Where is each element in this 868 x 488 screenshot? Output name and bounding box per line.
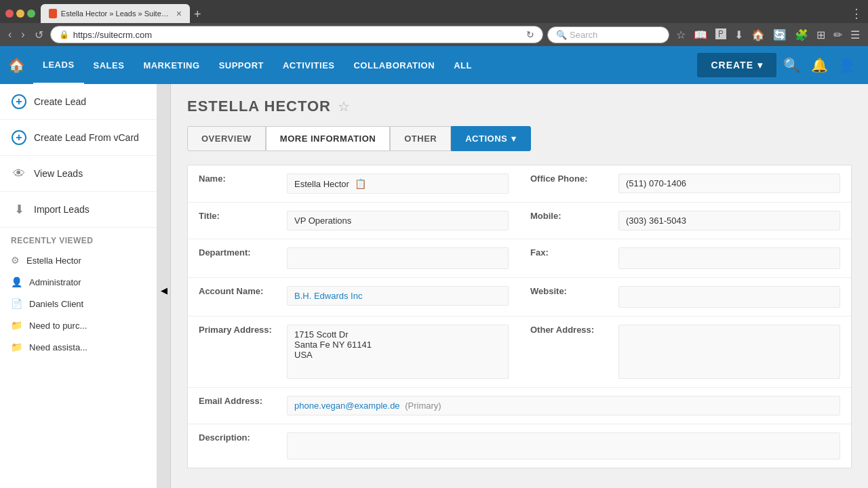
favorite-star-icon[interactable]: ☆ (338, 98, 350, 115)
sidebar-recent-need-to-purc[interactable]: 📁 Need to purc... (0, 314, 157, 336)
sidebar-item-create-lead-vcard[interactable]: + Create Lead From vCard (0, 120, 157, 156)
active-tab[interactable]: Estella Hector » Leads » SuiteCRM - Mozi… (41, 4, 190, 23)
recently-viewed-title: Recently Viewed (0, 228, 157, 249)
primary-address-line2: Santa Fe NY 61141 (294, 340, 501, 350)
recent-purc-label: Need to purc... (29, 321, 87, 331)
address-bar[interactable]: 🔒 https://suitecrm.com ↻ (50, 26, 543, 43)
mobile-label: Mobile: (530, 211, 618, 221)
screenshot-btn[interactable]: ✏ (831, 27, 845, 43)
sidebar-item-view-leads[interactable]: 👁 View Leads (0, 156, 157, 192)
sidebar-recent-administrator[interactable]: 👤 Administrator (0, 271, 157, 293)
tab-more-information[interactable]: MORE INFORMATION (266, 126, 390, 151)
home-btn[interactable]: 🏠 (749, 27, 768, 43)
create-chevron-icon: ▾ (757, 60, 763, 70)
detail-row-name: Name: Estella Hector 📋 Office Phone: (51… (188, 165, 851, 203)
primary-address-line1: 1715 Scott Dr (294, 329, 501, 340)
name-value: Estella Hector 📋 (287, 174, 509, 194)
import-leads-label: Import Leads (34, 204, 90, 215)
close-window-btn[interactable] (5, 9, 14, 18)
nav-all[interactable]: ALL (444, 46, 481, 84)
forward-button[interactable]: › (18, 27, 27, 42)
detail-row-address: Primary Address: 1715 Scott Dr Santa Fe … (188, 317, 851, 388)
more-tabs-button[interactable]: ⋮ (850, 6, 863, 21)
browser-chrome: Estella Hector » Leads » SuiteCRM - Mozi… (0, 0, 868, 23)
website-value (618, 286, 840, 308)
apps-btn[interactable]: ⊞ (814, 27, 828, 43)
new-tab-button[interactable]: + (190, 6, 205, 23)
account-name-link[interactable]: B.H. Edwards Inc (294, 291, 362, 301)
sidebar-toggle-btn[interactable]: ◀ (157, 84, 171, 488)
lock-icon: 🔒 (59, 30, 69, 39)
address-bar-row: ‹ › ↺ 🔒 https://suitecrm.com ↻ 🔍 Search … (0, 23, 868, 46)
account-name-value: B.H. Edwards Inc (287, 286, 509, 306)
create-lead-icon: + (11, 94, 27, 110)
website-label: Website: (530, 286, 618, 296)
sidebar-item-create-lead[interactable]: + Create Lead (0, 84, 157, 120)
menu-btn[interactable]: ☰ (848, 27, 863, 43)
nav-support[interactable]: SUPPORT (210, 46, 273, 84)
website-cell: Website: (519, 278, 851, 316)
notifications-btn[interactable]: 🔔 (807, 53, 832, 77)
sidebar: + Create Lead + Create Lead From vCard 👁… (0, 84, 157, 488)
email-label: Email Address: (199, 396, 287, 406)
nav-marketing[interactable]: MARKETING (134, 46, 209, 84)
back-button[interactable]: ‹ (5, 27, 14, 42)
browser-toolbar: ☆ 📖 🅿 ⬇ 🏠 🔄 🧩 ⊞ ✏ ☰ (673, 27, 863, 43)
sidebar-recent-estella-hector[interactable]: ⚙ Estella Hector (0, 249, 157, 271)
reload-button[interactable]: ↺ (32, 27, 46, 43)
download-btn[interactable]: ⬇ (732, 27, 746, 43)
browser-search-bar[interactable]: 🔍 Search (547, 26, 669, 43)
name-label: Name: (199, 174, 287, 184)
bookmark-star-btn[interactable]: ☆ (673, 27, 688, 43)
search-header-btn[interactable]: 🔍 (779, 53, 804, 77)
minimize-window-btn[interactable] (16, 9, 24, 18)
tab-overview[interactable]: OVERVIEW (187, 126, 266, 151)
user-account-btn[interactable]: 👤 (835, 53, 860, 77)
create-label: CREATE (711, 60, 753, 70)
account-name-cell: Account Name: B.H. Edwards Inc (188, 278, 519, 316)
detail-row-email: Email Address: phone.vegan@example.de (P… (188, 388, 851, 424)
detail-row-description: Description: (188, 424, 851, 468)
recent-admin-label: Administrator (29, 277, 81, 287)
app-body: + Create Lead + Create Lead From vCard 👁… (0, 84, 868, 488)
tab-actions[interactable]: ACTIONS ▾ (451, 126, 531, 151)
fax-cell: Fax: (519, 239, 851, 277)
url-display: https://suitecrm.com (73, 30, 522, 40)
maximize-window-btn[interactable] (27, 9, 35, 18)
primary-address-value: 1715 Scott Dr Santa Fe NY 61141 USA (287, 325, 509, 379)
tab-other[interactable]: OTHER (390, 126, 451, 151)
reload-icon[interactable]: ↻ (526, 29, 534, 40)
sidebar-recent-daniels-client[interactable]: 📄 Daniels Client (0, 293, 157, 314)
recent-assista-label: Need assista... (29, 342, 87, 352)
view-leads-icon: 👁 (11, 165, 27, 182)
actions-label: ACTIONS (465, 134, 507, 144)
app-header: 🏠 LEADS SALES MARKETING SUPPORT ACTIVITI… (0, 46, 868, 84)
nav-activities[interactable]: ACTIVITIES (273, 46, 344, 84)
sidebar-item-import-leads[interactable]: ⬇ Import Leads (0, 192, 157, 228)
search-placeholder: Search (570, 30, 597, 40)
reading-view-btn[interactable]: 📖 (691, 27, 710, 43)
nav-collaboration[interactable]: COLLABORATION (344, 46, 444, 84)
fax-label: Fax: (530, 247, 618, 258)
firefox-sync-btn[interactable]: 🔄 (770, 27, 789, 43)
department-value (287, 247, 509, 269)
window-controls (5, 9, 35, 18)
tab-close-btn[interactable]: × (176, 8, 182, 19)
sidebar-recent-need-assista[interactable]: 📁 Need assista... (0, 336, 157, 358)
app-logo[interactable]: 🏠 (8, 57, 25, 73)
detail-row-account: Account Name: B.H. Edwards Inc Website: (188, 278, 851, 317)
recent-assista-icon: 📁 (11, 342, 22, 352)
recent-purc-icon: 📁 (11, 320, 22, 331)
pocket-btn[interactable]: 🅿 (713, 27, 729, 42)
nav-sales[interactable]: SALES (84, 46, 134, 84)
detail-icon[interactable]: 📋 (355, 178, 366, 189)
office-phone-cell: Office Phone: (511) 070-1406 (519, 165, 851, 202)
title-cell: Title: VP Operations (188, 203, 519, 239)
department-cell: Department: (188, 239, 519, 277)
office-phone-value: (511) 070-1406 (618, 174, 840, 193)
nav-leads[interactable]: LEADS (33, 46, 84, 84)
email-link[interactable]: phone.vegan@example.de (294, 401, 400, 411)
create-button[interactable]: CREATE ▾ (697, 53, 776, 77)
record-tabs: OVERVIEW MORE INFORMATION OTHER ACTIONS … (187, 126, 852, 151)
extensions-btn[interactable]: 🧩 (792, 27, 811, 43)
